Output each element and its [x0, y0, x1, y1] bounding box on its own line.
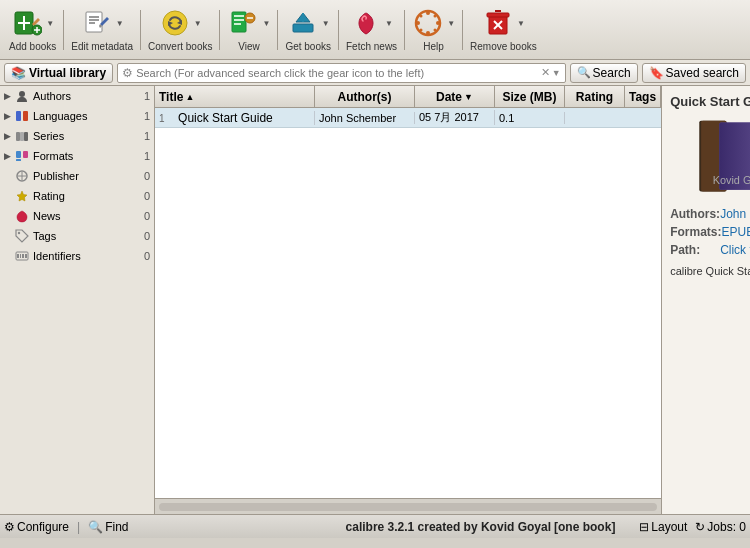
svg-point-27	[426, 31, 430, 35]
convert-books-dropdown-arrow[interactable]: ▼	[194, 19, 202, 28]
jobs-spinner-icon: ↻	[695, 520, 705, 534]
convert-books-button[interactable]: ▼ Convert books	[143, 3, 217, 57]
get-books-dropdown-arrow[interactable]: ▼	[322, 19, 330, 28]
publisher-label: Publisher	[33, 170, 138, 182]
svg-marker-51	[17, 191, 27, 201]
sidebar-item-tags[interactable]: ▶ Tags 0	[0, 226, 154, 246]
svg-point-31	[434, 15, 437, 18]
toolbar: ▼ Add books ▼ Edit metadata	[0, 0, 750, 60]
configure-icon: ⚙	[4, 520, 15, 534]
series-expand-arrow: ▶	[4, 131, 14, 141]
search-clear-button[interactable]: ✕	[539, 66, 552, 79]
svg-rect-57	[25, 254, 27, 258]
help-button[interactable]: ▼ Help	[407, 3, 460, 57]
configure-label: Configure	[17, 520, 69, 534]
search-gear-icon[interactable]: ⚙	[122, 66, 133, 80]
statusbar-left: ⚙ Configure | 🔍 Find	[4, 520, 322, 534]
col-size-label: Size (MB)	[503, 90, 557, 104]
sidebar-item-formats[interactable]: ▶ Formats 1	[0, 146, 154, 166]
sidebar-item-languages[interactable]: ▶ Languages 1	[0, 106, 154, 126]
languages-expand-arrow: ▶	[4, 111, 14, 121]
book-cover: CALIBRE Kovid Goyal	[692, 117, 750, 197]
sidebar-item-publisher[interactable]: ▶ Publisher 0	[0, 166, 154, 186]
formats-field-value[interactable]: EPUB	[721, 225, 750, 239]
date-sort-arrow: ▼	[464, 92, 473, 102]
series-count: 1	[138, 130, 150, 142]
remove-books-icon	[482, 7, 514, 39]
book-cover-svg: CALIBRE Kovid Goyal	[692, 115, 750, 200]
sep-2	[140, 10, 141, 50]
sidebar-item-identifiers[interactable]: ▶ Identifiers 0	[0, 246, 154, 266]
find-icon: 🔍	[88, 520, 103, 534]
col-header-title[interactable]: Title ▲	[155, 86, 315, 107]
col-header-size[interactable]: Size (MB)	[495, 86, 565, 107]
authors-label: Authors	[33, 90, 138, 102]
saved-search-button[interactable]: 🔖 Saved search	[642, 63, 746, 83]
col-tags-label: Tags	[629, 90, 656, 104]
edit-metadata-button[interactable]: ▼ Edit metadata	[66, 3, 138, 57]
col-header-rating[interactable]: Rating	[565, 86, 625, 107]
get-books-button[interactable]: ▼ Get books	[280, 3, 336, 57]
authors-field-value[interactable]: John Schember	[720, 207, 750, 221]
search-input[interactable]	[136, 67, 539, 79]
scrollbar-track[interactable]	[159, 503, 657, 511]
view-button[interactable]: ▼ View	[222, 3, 275, 57]
statusbar-right: ⊟ Layout ↻ Jobs: 0	[639, 520, 746, 534]
layout-icon: ⊟	[639, 520, 649, 534]
svg-rect-40	[16, 111, 21, 121]
layout-label: Layout	[651, 520, 687, 534]
book-list: Title ▲ Author(s) Date ▼ Size (MB) Ratin…	[155, 86, 661, 514]
remove-books-label: Remove books	[470, 41, 537, 52]
help-dropdown-arrow[interactable]: ▼	[447, 19, 455, 28]
col-date-label: Date	[436, 90, 462, 104]
sidebar-item-series[interactable]: ▶ Series 1	[0, 126, 154, 146]
path-field-value[interactable]: Click to open	[720, 243, 750, 257]
book-size-cell: 0.1	[495, 112, 565, 124]
edit-metadata-icon	[81, 7, 113, 39]
svg-rect-46	[23, 151, 28, 158]
sep-3	[219, 10, 220, 50]
layout-button[interactable]: ⊟ Layout	[639, 520, 687, 534]
jobs-button[interactable]: ↻ Jobs: 0	[695, 520, 746, 534]
horizontal-scrollbar[interactable]	[155, 498, 661, 514]
formats-count: 1	[138, 150, 150, 162]
publisher-icon	[14, 168, 30, 184]
remove-books-dropdown-arrow[interactable]: ▼	[517, 19, 525, 28]
col-header-date[interactable]: Date ▼	[415, 86, 495, 107]
help-icon	[412, 7, 444, 39]
sidebar-item-news[interactable]: ▶ News 0	[0, 206, 154, 226]
svg-point-28	[416, 21, 420, 25]
svg-rect-41	[23, 111, 28, 121]
col-header-tags[interactable]: Tags	[625, 86, 661, 107]
search-button-label: Search	[593, 66, 631, 80]
formats-label: Formats	[33, 150, 138, 162]
configure-button[interactable]: ⚙ Configure	[4, 520, 69, 534]
book-title: Quick Start Guide	[178, 111, 273, 125]
svg-rect-22	[293, 24, 313, 32]
view-icon	[227, 7, 259, 39]
search-field-container: ⚙ ✕ ▼	[117, 63, 565, 83]
col-header-author[interactable]: Author(s)	[315, 86, 415, 107]
edit-metadata-dropdown-arrow[interactable]: ▼	[116, 19, 124, 28]
formats-icon	[14, 148, 30, 164]
convert-books-label: Convert books	[148, 41, 212, 52]
formats-field: Formats: EPUB	[670, 225, 750, 239]
virtual-library-button[interactable]: 📚 Virtual library	[4, 63, 113, 83]
fetch-news-button[interactable]: ▼ Fetch news	[341, 3, 402, 57]
table-row[interactable]: 1 Quick Start Guide John Schember 05 7月 …	[155, 108, 661, 128]
view-dropdown-arrow[interactable]: ▼	[262, 19, 270, 28]
sidebar-item-rating[interactable]: ▶ Rating 0	[0, 186, 154, 206]
sidebar-item-authors[interactable]: ▶ Authors 1	[0, 86, 154, 106]
fetch-news-dropdown-arrow[interactable]: ▼	[385, 19, 393, 28]
get-books-label: Get books	[285, 41, 331, 52]
svg-rect-43	[20, 132, 24, 141]
add-books-button[interactable]: ▼ Add books	[4, 3, 61, 57]
search-dropdown-icon[interactable]: ▼	[552, 68, 561, 78]
series-icon	[14, 128, 30, 144]
authors-field: Authors: John Schember	[670, 207, 750, 221]
find-button[interactable]: 🔍 Find	[88, 520, 128, 534]
add-books-dropdown-arrow[interactable]: ▼	[46, 19, 54, 28]
search-button[interactable]: 🔍 Search	[570, 63, 638, 83]
svg-rect-56	[22, 254, 24, 258]
remove-books-button[interactable]: ▼ Remove books	[465, 3, 542, 57]
